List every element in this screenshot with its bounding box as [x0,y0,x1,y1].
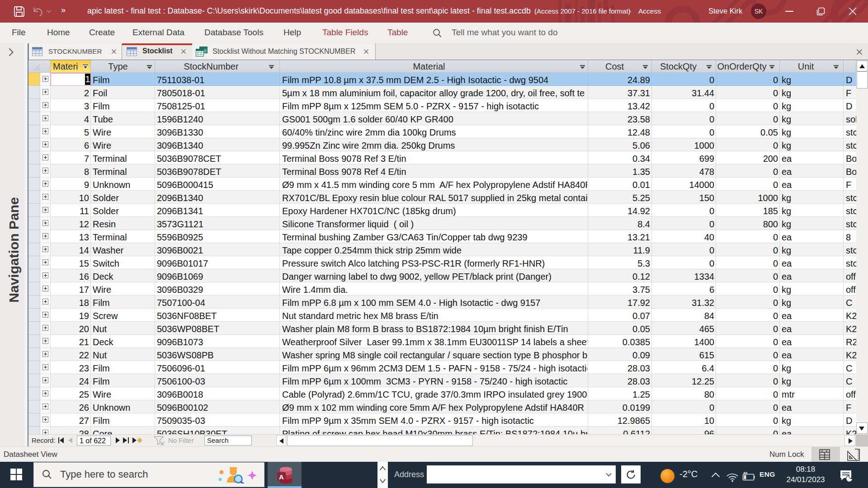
svg-text:A: A [279,473,284,481]
